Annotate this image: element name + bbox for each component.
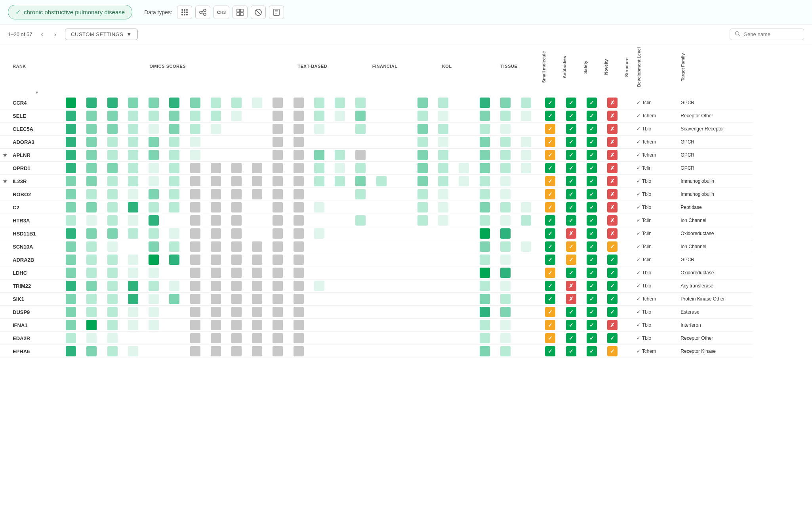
- next-page-button[interactable]: ›: [52, 30, 59, 39]
- table-row[interactable]: ★IL23R✓✓✓✗✓TbioImmunoglobulin: [0, 175, 753, 188]
- gene-name-cell[interactable]: ROBO2: [10, 188, 64, 201]
- star-cell[interactable]: [0, 319, 10, 332]
- table-row[interactable]: CCR4✓✓✓✗✓TclinGPCR: [0, 96, 753, 109]
- financial-cell: [395, 149, 416, 162]
- gene-name-cell[interactable]: IL23R: [10, 175, 64, 188]
- star-cell[interactable]: [0, 96, 10, 109]
- star-cell[interactable]: [0, 123, 10, 136]
- gene-name-cell[interactable]: EPHA6: [10, 345, 64, 358]
- dt-btn-expression[interactable]: [233, 6, 248, 19]
- novelty-check: ✗: [602, 201, 623, 214]
- dt-btn-safety[interactable]: [251, 6, 266, 19]
- gene-name-cell[interactable]: DUSP9: [10, 306, 64, 319]
- table-row[interactable]: ★APLNR✓✓✓✗✓TchemGPCR: [0, 149, 753, 162]
- table-row[interactable]: ADORA3✓✓✓✗✓TchemGPCR: [0, 136, 753, 149]
- safety-check: ✓: [581, 227, 602, 240]
- table-row[interactable]: ADRA2B✓✓✓✓✓TclinGPCR: [0, 253, 753, 266]
- table-row[interactable]: HSD11B1✓✗✓✗✓TclinOxidoreductase: [0, 227, 753, 240]
- dropdown-icon: ▼: [126, 31, 132, 37]
- sm-check: ✓: [540, 188, 560, 201]
- gene-name-cell[interactable]: ADRA2B: [10, 253, 64, 266]
- omics-cell: [250, 188, 271, 201]
- gene-name-cell[interactable]: TRIM22: [10, 279, 64, 293]
- star-icon[interactable]: ★: [2, 151, 8, 158]
- dt-btn-literature[interactable]: [269, 6, 284, 19]
- text-cell: [333, 214, 354, 227]
- gene-name-cell[interactable]: HTR3A: [10, 214, 64, 227]
- star-cell[interactable]: [0, 253, 10, 266]
- table-row[interactable]: TRIM22✓✗✓✓✓TbioAcyltransferase: [0, 279, 753, 293]
- text-cell: [292, 136, 313, 149]
- omics-cell: [147, 149, 168, 162]
- kol-cell: [436, 123, 457, 136]
- gene-name-cell[interactable]: SELE: [10, 109, 64, 123]
- star-cell[interactable]: [0, 201, 10, 214]
- table-row[interactable]: SCN10A✓✓✓✓✓TclinIon Channel: [0, 240, 753, 253]
- gene-name-cell[interactable]: IFNA1: [10, 319, 64, 332]
- sm-check: ✓: [540, 240, 560, 253]
- table-row[interactable]: C2✓✓✓✗✓TbioPeptidase: [0, 201, 753, 214]
- omics-cell: [126, 136, 147, 149]
- omics-cell: [209, 266, 230, 279]
- omics-cell: [230, 227, 250, 240]
- search-box[interactable]: [730, 29, 804, 40]
- table-row[interactable]: HTR3A✓✓✓✗✓TclinIon Channel: [0, 214, 753, 227]
- table-row[interactable]: EPHA6✓✓✓✓✓TchemReceptor Kinase: [0, 345, 753, 358]
- dt-btn-genetics[interactable]: [177, 6, 192, 19]
- disease-tag[interactable]: ✓ chronic obstructive pulmonary disease: [8, 5, 132, 19]
- kol-cell: [457, 109, 478, 123]
- rank-sort-arrow[interactable]: ▼: [35, 90, 39, 95]
- gene-name-cell[interactable]: OPRD1: [10, 162, 64, 175]
- gene-name-cell[interactable]: ADORA3: [10, 136, 64, 149]
- table-row[interactable]: OPRD1✓✓✓✗✓TclinGPCR: [0, 162, 753, 175]
- omics-cell: [209, 332, 230, 345]
- gene-name-cell[interactable]: APLNR: [10, 149, 64, 162]
- gene-name-input[interactable]: [743, 31, 799, 37]
- star-cell[interactable]: ★: [0, 149, 10, 162]
- gene-name-cell[interactable]: LDHC: [10, 266, 64, 279]
- gene-name-cell[interactable]: HSD11B1: [10, 227, 64, 240]
- table-row[interactable]: ROBO2✓✓✓✗✓TbioImmunoglobulin: [0, 188, 753, 201]
- table-row[interactable]: SELE✓✓✓✗✓TchemReceptor Other: [0, 109, 753, 123]
- star-cell[interactable]: [0, 188, 10, 201]
- text-cell: [271, 96, 292, 109]
- star-cell[interactable]: [0, 162, 10, 175]
- table-row[interactable]: LDHC✓✓✓✓✓TbioOxidoreductase: [0, 266, 753, 279]
- star-cell[interactable]: [0, 227, 10, 240]
- star-cell[interactable]: [0, 293, 10, 306]
- omics-cell: [147, 293, 168, 306]
- gene-name-cell[interactable]: C2: [10, 201, 64, 214]
- financial-cell: [375, 96, 395, 109]
- table-row[interactable]: SIK1✓✗✓✓✓TchemProtein Kinase Other: [0, 293, 753, 306]
- star-cell[interactable]: [0, 345, 10, 358]
- dt-btn-epigenetics[interactable]: CH3: [213, 6, 229, 19]
- omics-cell: [209, 293, 230, 306]
- star-cell[interactable]: [0, 266, 10, 279]
- star-cell[interactable]: [0, 214, 10, 227]
- table-row[interactable]: CLEC5A✓✓✓✗✓TbioScavenger Receptor: [0, 123, 753, 136]
- star-cell[interactable]: [0, 109, 10, 123]
- star-cell[interactable]: [0, 306, 10, 319]
- omics-cell: [250, 306, 271, 319]
- dt-btn-network[interactable]: [195, 6, 210, 19]
- table-row[interactable]: IFNA1✓✓✓✗✓TbioInterferon: [0, 319, 753, 332]
- gene-name-cell[interactable]: SIK1: [10, 293, 64, 306]
- gene-name-cell[interactable]: CLEC5A: [10, 123, 64, 136]
- omics-cell: [209, 240, 230, 253]
- table-row[interactable]: DUSP9✓✓✓✓✓TbioEsterase: [0, 306, 753, 319]
- gene-name-cell[interactable]: EDA2R: [10, 332, 64, 345]
- custom-settings-button[interactable]: CUSTOM SETTINGS ▼: [65, 29, 138, 40]
- prev-page-button[interactable]: ‹: [38, 30, 45, 39]
- star-cell[interactable]: [0, 136, 10, 149]
- gene-name-cell[interactable]: SCN10A: [10, 240, 64, 253]
- table-row[interactable]: EDA2R✓✓✓✓✓TbioReceptor Other: [0, 332, 753, 345]
- kol-cell: [416, 253, 436, 266]
- omics-cell: [126, 293, 147, 306]
- star-icon[interactable]: ★: [2, 178, 8, 184]
- star-cell[interactable]: [0, 332, 10, 345]
- omics-cell: [189, 345, 209, 358]
- star-cell[interactable]: [0, 279, 10, 293]
- star-cell[interactable]: [0, 240, 10, 253]
- gene-name-cell[interactable]: CCR4: [10, 96, 64, 109]
- star-cell[interactable]: ★: [0, 175, 10, 188]
